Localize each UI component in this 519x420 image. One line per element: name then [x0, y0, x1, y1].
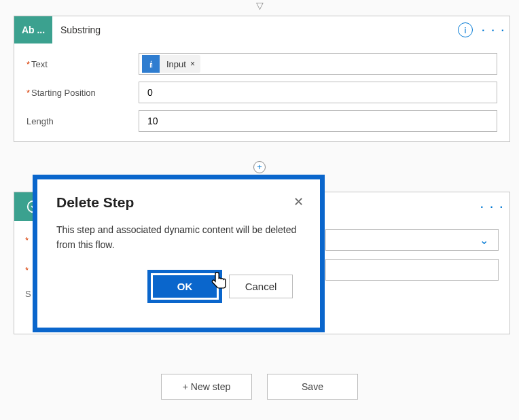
dynamic-token-input[interactable]: Input × [142, 55, 200, 73]
input-token-icon [142, 55, 160, 73]
length-field[interactable] [142, 116, 494, 126]
start-position-input[interactable] [139, 82, 497, 103]
more-menu-icon[interactable]: · · · [481, 21, 505, 39]
close-icon[interactable]: ✕ [293, 194, 304, 209]
new-step-button[interactable]: + New step [161, 374, 252, 400]
field-label-text: *Text [26, 59, 139, 69]
field-label-length: Length [26, 116, 139, 126]
cancel-button[interactable]: Cancel [229, 275, 293, 298]
more-menu-icon-2[interactable]: · · · [474, 198, 509, 215]
text-field-2[interactable] [325, 259, 499, 281]
token-remove-icon[interactable]: × [190, 59, 200, 69]
dialog-title: Delete Step [56, 194, 301, 211]
step-title: Substring [52, 24, 458, 35]
length-input[interactable] [139, 110, 497, 132]
step-body: *Text Input × *Starting Position Length [14, 43, 509, 141]
token-label: Input [160, 59, 190, 69]
flow-footer: + New step Save [0, 374, 519, 400]
flow-arrow-top: ▽ [256, 0, 264, 11]
chevron-down-icon: ⌄ [480, 234, 488, 247]
step-substring-card: Ab ... Substring i · · · *Text Input × *… [14, 16, 510, 142]
dialog-message: This step and associated dynamic content… [56, 223, 301, 252]
step-header[interactable]: Ab ... Substring i · · · [14, 16, 509, 43]
ok-button-highlight: OK [147, 270, 222, 303]
ok-button[interactable]: OK [153, 275, 217, 298]
string-operation-icon: Ab ... [14, 16, 52, 43]
dropdown-field[interactable]: ⌄ [325, 229, 499, 251]
save-button[interactable]: Save [267, 374, 358, 400]
delete-step-dialog: Delete Step ✕ This step and associated d… [33, 175, 325, 332]
field-label-start: *Starting Position [26, 88, 139, 98]
text-input[interactable]: Input × [139, 53, 497, 75]
info-icon[interactable]: i [458, 22, 473, 37]
add-step-icon[interactable]: + [253, 161, 266, 173]
start-position-field[interactable] [142, 87, 494, 98]
